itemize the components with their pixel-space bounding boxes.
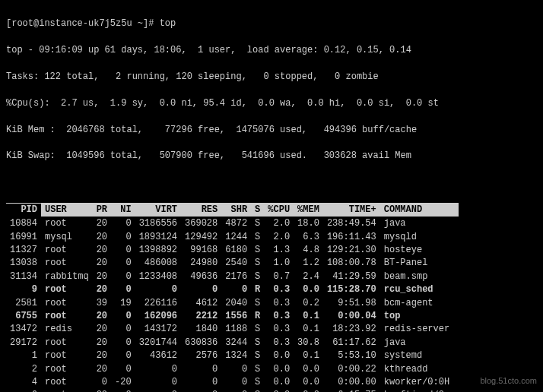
table-row: 31134rabbitmq2001233408496362176S0.72.44… xyxy=(6,270,459,283)
col-cmd: COMMAND xyxy=(380,203,459,217)
top-summary-5: KiB Swap: 1049596 total, 507900 free, 54… xyxy=(6,150,537,163)
process-table: PID USER PR NI VIRT RES SHR S %CPU %MEM … xyxy=(6,203,459,392)
table-row: 2581root391922611646122040S0.30.29:51.98… xyxy=(6,297,459,310)
col-mem: %MEM xyxy=(294,203,323,217)
table-row: 11327root2001398892991686180S1.34.8129:2… xyxy=(6,244,459,257)
table-row: 4root0-20000S0.00.00:00.00kworker/0:0H xyxy=(6,376,459,389)
top-summary-2: Tasks: 122 total, 2 running, 120 sleepin… xyxy=(6,71,537,84)
col-pid: PID xyxy=(6,203,41,217)
watermark: blog.51cto.com xyxy=(480,375,537,387)
table-row: 9root200000R0.30.0115:28.70rcu_sched xyxy=(6,283,459,296)
col-s: S xyxy=(251,203,264,217)
table-row: 29172root20032017446308363244S0.330.861:… xyxy=(6,337,459,349)
col-virt: VIRT xyxy=(135,203,181,217)
table-row: 10884root20031865563690284872S2.018.0238… xyxy=(6,217,459,231)
table-header: PID USER PR NI VIRT RES SHR S %CPU %MEM … xyxy=(6,203,459,217)
table-row: 6root200000S0.00.06:15.75ksoftirqd/0 xyxy=(6,389,459,392)
col-res: RES xyxy=(181,203,221,217)
terminal[interactable]: [root@instance-uk7j5z5u ~]# top top - 09… xyxy=(0,0,543,392)
top-summary-1: top - 09:16:09 up 61 days, 18:06, 1 user… xyxy=(6,44,537,57)
table-row: 2root200000S0.00.00:00.22kthreadd xyxy=(6,363,459,376)
col-shr: SHR xyxy=(221,203,251,217)
table-row: 6755root20016209622121556R0.30.10:00.04t… xyxy=(6,310,459,323)
table-row: 13038root200486008249802540S1.01.2108:00… xyxy=(6,257,459,270)
top-summary-3: %Cpu(s): 2.7 us, 1.9 sy, 0.0 ni, 95.4 id… xyxy=(6,97,537,110)
col-user: USER xyxy=(41,203,93,217)
col-pr: PR xyxy=(93,203,111,217)
col-ni: NI xyxy=(111,203,135,217)
table-row: 1root2004361225761324S0.00.15:53.10syste… xyxy=(6,349,459,362)
col-time: TIME+ xyxy=(323,203,380,217)
prompt-line: [root@instance-uk7j5z5u ~]# top xyxy=(6,17,537,30)
table-row: 13472redis20014317218401188S0.30.118:23.… xyxy=(6,323,459,336)
table-row: 16991mysql20018931241294921244S2.06.3196… xyxy=(6,231,459,244)
top-summary-4: KiB Mem : 2046768 total, 77296 free, 147… xyxy=(6,124,537,137)
col-cpu: %CPU xyxy=(264,203,294,217)
